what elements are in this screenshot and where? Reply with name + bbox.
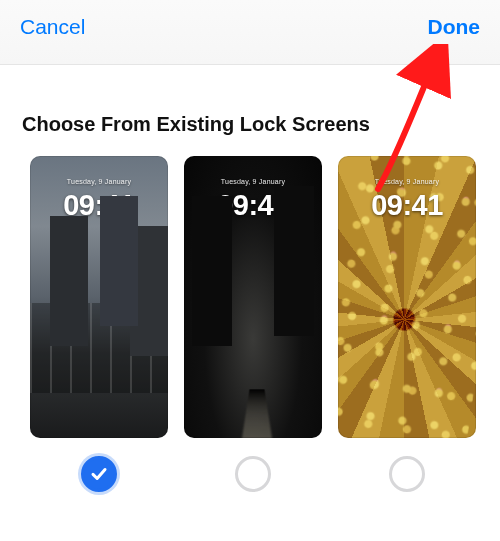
lock-screen-thumbnail[interactable]: Tuesday, 9 January 09:41: [338, 156, 476, 438]
lock-screen-time: 09:41: [30, 189, 168, 222]
done-button[interactable]: Done: [428, 15, 481, 39]
lock-screen-time: 09:41: [338, 189, 476, 222]
lock-screen-time: 09:41: [184, 189, 322, 222]
select-radio[interactable]: [81, 456, 117, 492]
checkmark-icon: [90, 465, 108, 483]
select-radio[interactable]: [389, 456, 425, 492]
lock-screen-date: Tuesday, 9 January: [338, 178, 476, 185]
cancel-button[interactable]: Cancel: [20, 15, 85, 39]
section-title: Choose From Existing Lock Screens: [0, 65, 500, 156]
lock-screen-date: Tuesday, 9 January: [30, 178, 168, 185]
lock-screen-list: Tuesday, 9 January 09:41 Tuesday, 9 Janu…: [0, 156, 500, 438]
navigation-bar: Cancel Done: [0, 0, 500, 65]
lock-screen-thumbnail[interactable]: Tuesday, 9 January 09:41: [30, 156, 168, 438]
selection-radios: [0, 438, 500, 492]
select-radio[interactable]: [235, 456, 271, 492]
lock-screen-date: Tuesday, 9 January: [184, 178, 322, 185]
lock-screen-thumbnail[interactable]: Tuesday, 9 January 09:41: [184, 156, 322, 438]
